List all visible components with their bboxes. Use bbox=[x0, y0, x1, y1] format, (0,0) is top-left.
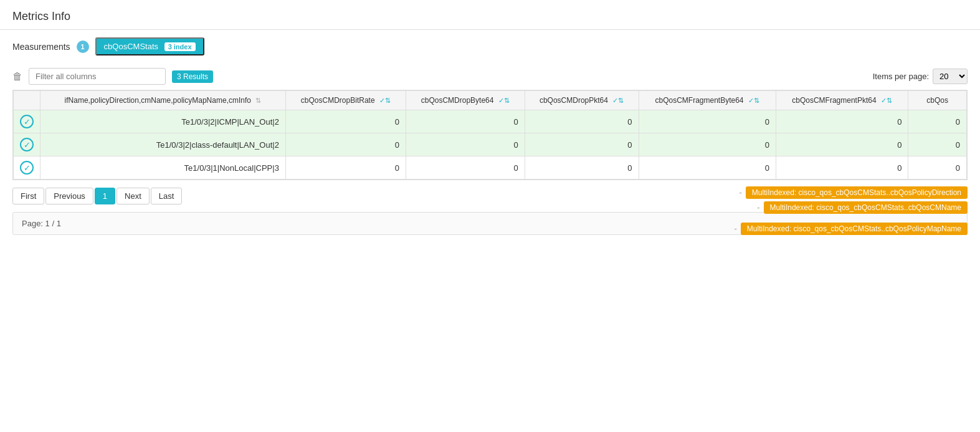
row-cbQos: 0 bbox=[908, 156, 967, 180]
th-droppkt64-label: cbQosCMDropPkt64 bbox=[540, 96, 608, 105]
th-dropbitrate: cbQosCMDropBitRate ✓⇅ bbox=[285, 91, 406, 110]
row-fragmentPkt64: 0 bbox=[776, 156, 908, 180]
sort-icon-dropbyte64[interactable]: ✓⇅ bbox=[498, 97, 510, 105]
row-ifname: Te1/0/3|2|class-default|LAN_Out|2 bbox=[40, 133, 286, 156]
items-per-page-label: Items per page: bbox=[873, 72, 929, 81]
row-ifname: Te1/0/3|2|ICMP|LAN_Out|2 bbox=[40, 110, 286, 133]
th-icon bbox=[14, 91, 40, 110]
th-fragmentpkt64: cbQosCMFragmentPkt64 ✓⇅ bbox=[776, 91, 908, 110]
row-fragmentByte64: 0 bbox=[639, 156, 776, 180]
index-multi-orange-2: MultiIndexed: cisco_qos_cbQosCMStats..cb… bbox=[764, 201, 968, 214]
measurements-count-badge: 1 bbox=[77, 41, 89, 53]
th-fragmentpkt64-label: cbQosCMFragmentPkt64 bbox=[792, 96, 876, 105]
index-item-2: - MultiIndexed: cisco_qos_cbQosCMStats..… bbox=[734, 201, 968, 214]
th-fragmentbyte64-label: cbQosCMFragmentByte64 bbox=[655, 96, 743, 105]
row-cbQos: 0 bbox=[908, 133, 967, 156]
th-droppkt64: cbQosCMDropPkt64 ✓⇅ bbox=[525, 91, 639, 110]
table-row: ✓Te1/0/3|2|ICMP|LAN_Out|2000000 bbox=[14, 110, 967, 133]
results-badge: 3 Results bbox=[172, 70, 213, 83]
last-button[interactable]: Last bbox=[151, 188, 183, 204]
table-row: ✓Te1/0/3|1|NonLocal|CPP|3000000 bbox=[14, 156, 967, 180]
sort-icon-droppkt64[interactable]: ✓⇅ bbox=[612, 97, 624, 105]
th-fragmentbyte64: cbQosCMFragmentByte64 ✓⇅ bbox=[639, 91, 776, 110]
table-row: ✓Te1/0/3|2|class-default|LAN_Out|2000000 bbox=[14, 133, 967, 156]
row-dropByte64: 0 bbox=[406, 110, 525, 133]
measurements-label: Measurements bbox=[12, 42, 70, 52]
row-fragmentByte64: 0 bbox=[639, 110, 776, 133]
index-item-3: - MultiIndexed: cisco_qos_cbQosCMStats..… bbox=[734, 223, 968, 235]
row-icon-cell[interactable]: ✓ bbox=[14, 133, 40, 156]
th-cbqos-label: cbQos bbox=[926, 96, 948, 105]
index-multi-orange-1: MultiIndexed: cisco_qos_cbQosCMStats..cb… bbox=[746, 186, 968, 199]
data-table-wrapper: ifName,policyDirection,cmName,policyMapN… bbox=[12, 90, 968, 180]
page-1-button[interactable]: 1 bbox=[95, 188, 115, 204]
row-fragmentPkt64: 0 bbox=[776, 110, 908, 133]
th-dropbitrate-label: cbQosCMDropBitRate bbox=[301, 96, 375, 105]
items-per-page-select[interactable]: 10 20 50 100 bbox=[933, 69, 968, 84]
index-item-1: - MultiIndexed: cisco_qos_cbQosCMStats..… bbox=[734, 186, 968, 199]
row-fragmentByte64: 0 bbox=[639, 133, 776, 156]
cb-tag-index-badge: 3 index bbox=[164, 42, 196, 51]
sort-icon-fragmentpkt64[interactable]: ✓⇅ bbox=[881, 97, 892, 105]
filter-input[interactable] bbox=[29, 68, 166, 85]
row-dropPkt64: 0 bbox=[525, 110, 639, 133]
cb-tag-label: cbQosCMStats bbox=[104, 42, 158, 51]
sort-icon-ifname[interactable]: ⇅ bbox=[255, 97, 261, 105]
th-ifname: ifName,policyDirection,cmName,policyMapN… bbox=[40, 91, 286, 110]
th-ifname-label: ifName,policyDirection,cmName,policyMapN… bbox=[65, 96, 251, 105]
previous-button[interactable]: Previous bbox=[45, 188, 93, 204]
row-dropBitRate: 0 bbox=[285, 156, 406, 180]
row-icon-cell[interactable]: ✓ bbox=[14, 156, 40, 180]
row-dropBitRate: 0 bbox=[285, 133, 406, 156]
row-icon-cell[interactable]: ✓ bbox=[14, 110, 40, 133]
measurements-bar: Measurements 1 cbQosCMStats 3 index bbox=[0, 30, 980, 63]
th-cbqos: cbQos bbox=[908, 91, 967, 110]
data-table: ifName,policyDirection,cmName,policyMapN… bbox=[13, 90, 967, 180]
th-dropbyte64-label: cbQosCMDropByte64 bbox=[421, 96, 494, 105]
table-header-row: ifName,policyDirection,cmName,policyMapN… bbox=[14, 91, 967, 110]
row-dropByte64: 0 bbox=[406, 156, 525, 180]
cbqoscmstats-tag[interactable]: cbQosCMStats 3 index bbox=[95, 37, 204, 55]
row-dropByte64: 0 bbox=[406, 133, 525, 156]
items-per-page: Items per page: 10 20 50 100 bbox=[873, 69, 968, 84]
sort-icon-dropbitrate[interactable]: ✓⇅ bbox=[379, 97, 391, 105]
first-button[interactable]: First bbox=[12, 188, 44, 204]
row-ifname: Te1/0/3|1|NonLocal|CPP|3 bbox=[40, 156, 286, 180]
row-dropPkt64: 0 bbox=[525, 156, 639, 180]
toolbar: 🗑 3 Results Items per page: 10 20 50 100 bbox=[0, 63, 980, 90]
row-fragmentPkt64: 0 bbox=[776, 133, 908, 156]
th-dropbyte64: cbQosCMDropByte64 ✓⇅ bbox=[406, 91, 525, 110]
page-title: Metrics Info bbox=[0, 0, 980, 29]
row-cbQos: 0 bbox=[908, 110, 967, 133]
row-dropBitRate: 0 bbox=[285, 110, 406, 133]
next-button[interactable]: Next bbox=[117, 188, 150, 204]
sort-icon-fragmentbyte64[interactable]: ✓⇅ bbox=[748, 97, 759, 105]
main-content: 🗑 3 Results Items per page: 10 20 50 100… bbox=[0, 63, 980, 235]
trash-icon[interactable]: 🗑 bbox=[12, 71, 22, 82]
row-dropPkt64: 0 bbox=[525, 133, 639, 156]
index-multi-orange-3: MultiIndexed: cisco_qos_cbQosCMStats..cb… bbox=[741, 223, 968, 235]
